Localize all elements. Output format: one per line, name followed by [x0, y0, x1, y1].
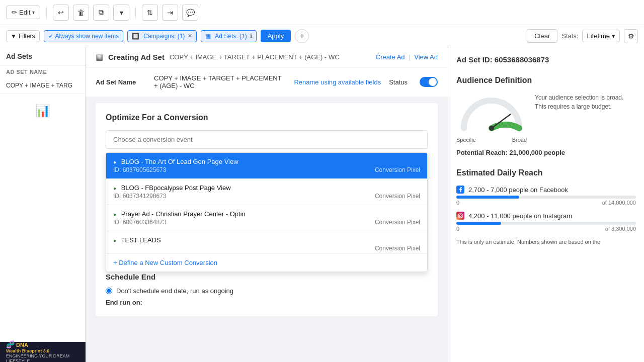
status-toggle[interactable]: [420, 77, 438, 87]
delete-icon: 🗑: [77, 9, 85, 17]
filters-chip[interactable]: ▼ Filters: [6, 30, 40, 42]
gauge-labels: Specific Broad: [456, 137, 527, 143]
facebook-reach-item: 2,700 - 7,000 people on Facebook 0 of 14…: [456, 186, 636, 206]
no-end-date-option[interactable]: Don't schedule end date, run as ongoing: [106, 287, 428, 295]
right-panel: Ad Set ID: 6053688036873 Audience Defini…: [448, 47, 644, 362]
dropdown-item-4[interactable]: ● TEST LEADS Conversion Pixel: [106, 231, 427, 253]
campaigns-label: Campaigns: (1): [143, 33, 185, 40]
audience-gauge: [456, 93, 527, 133]
facebook-icon: [456, 186, 464, 194]
add-conversion-link[interactable]: + Define a New Custom Conversion: [113, 259, 217, 266]
audience-definition-title: Audience Definition: [456, 76, 636, 85]
svg-point-6: [462, 214, 462, 214]
item-1-title: ● BLOG - The Art Of Lead Gen Page View: [113, 158, 420, 165]
check-icon: ✓: [48, 33, 53, 40]
rename-link[interactable]: Rename using available fields: [294, 78, 381, 86]
daily-reach-section: Estimated Daily Reach 2,700 - 7,000 peop…: [456, 168, 636, 246]
brand-tagline: ENGINEERING YOUR DREAM LIFESTYLE: [6, 353, 79, 362]
status-label: Status: [389, 78, 408, 86]
undo-icon: ↩: [58, 9, 64, 17]
undo-button[interactable]: ↩: [53, 5, 69, 21]
adset-name-row: Ad Set Name COPY + IMAGE + TARGET + PLAC…: [86, 67, 448, 97]
filters-label: Filters: [19, 33, 35, 40]
adset-name-value: COPY + IMAGE + TARGET + PLACEMENT + (AGE…: [154, 74, 286, 89]
copy-button[interactable]: ⧉: [93, 5, 109, 21]
dropdown-item-2[interactable]: ● BLOG - FBpocalypse Post Page View ID: …: [106, 179, 427, 205]
reach-note: This is only an estimate. Numbers shown …: [456, 238, 636, 246]
item-4-subtitle: Conversion Pixel: [113, 245, 420, 252]
comment-icon: 💬: [186, 9, 195, 17]
facebook-reach-value: 2,700 - 7,000 people on Facebook: [468, 186, 568, 194]
dropdown-item-1[interactable]: ● BLOG - The Art Of Lead Gen Page View I…: [106, 153, 427, 179]
optimize-title: Optimize For a Conversion: [106, 113, 428, 122]
edit-dropdown-icon: ▾: [32, 10, 35, 15]
gauge-specific-label: Specific: [456, 137, 476, 143]
campaigns-icon: 🔲: [132, 33, 139, 40]
edit-label: Edit: [19, 9, 30, 16]
potential-reach-label: Potential Reach:: [456, 149, 508, 156]
toolbar-sep-1: [46, 7, 47, 19]
instagram-bar-total: of 3,300,000: [605, 226, 636, 232]
instagram-reach-row: 4,200 - 11,000 people on Instagram: [456, 212, 636, 220]
page-header: ▦ Creating Ad Set COPY + IMAGE + TARGET …: [86, 47, 448, 67]
clear-label: Clear: [534, 32, 550, 40]
item-2-title: ● BLOG - FBpocalypse Post Page View: [113, 184, 420, 192]
arrange-button[interactable]: ⇅: [142, 5, 158, 21]
lifetime-label: Lifetime: [587, 32, 610, 40]
sidebar-adset-item[interactable]: COPY + IMAGE + TARG: [0, 78, 85, 94]
svg-point-1: [489, 126, 494, 131]
conversion-event-input[interactable]: [106, 130, 428, 149]
item-3-subtitle: ID: 6007603364873 Conversion Pixel: [113, 219, 420, 226]
dropdown-footer: + Define a New Custom Conversion: [106, 253, 427, 272]
view-ad-link[interactable]: View Ad: [414, 53, 438, 61]
stats-lifetime-select[interactable]: Lifetime ▾: [582, 30, 620, 42]
apply-button[interactable]: Apply: [261, 30, 291, 42]
end-run-label: End run on:: [106, 299, 428, 306]
schedule-end-title: Schedule End: [106, 273, 428, 281]
dropdown-item-3[interactable]: ● Prayer Ad - Christian Prayer Center - …: [106, 205, 427, 231]
gauge-broad-label: Broad: [512, 137, 527, 143]
item-2-subtitle: ID: 6037341298673 Conversion Pixel: [113, 193, 420, 200]
conversion-event-dropdown: ● BLOG - The Art Of Lead Gen Page View I…: [106, 130, 428, 149]
audience-definition-section: Audience Definition Specific: [456, 76, 636, 156]
page-header-title: Creating Ad Set: [108, 53, 165, 61]
campaigns-close-icon[interactable]: ✕: [188, 33, 192, 39]
potential-reach-value: 21,000,000 people: [509, 149, 565, 156]
campaigns-chip[interactable]: 🔲 Campaigns: (1) ✕: [127, 30, 197, 42]
item-1-subtitle: ID: 6037605625673 Conversion Pixel: [113, 166, 420, 173]
create-ad-link[interactable]: Create Ad: [376, 53, 405, 61]
sidebar: Ad Sets Ad Set Name COPY + IMAGE + TARG …: [0, 47, 86, 362]
comment-button[interactable]: 💬: [182, 5, 198, 21]
preview-button[interactable]: ⇥: [162, 5, 178, 21]
optimize-section: Optimize For a Conversion ● BLOG - The A…: [96, 103, 438, 316]
stats-settings-button[interactable]: ⚙: [624, 29, 638, 43]
no-end-date-radio[interactable]: [106, 288, 112, 294]
center-content: ▦ Creating Ad Set COPY + IMAGE + TARGET …: [86, 47, 448, 362]
filter-bar: ▼ Filters ✓ Always show new items 🔲 Camp…: [0, 25, 644, 47]
add-filter-button[interactable]: +: [295, 29, 309, 43]
sidebar-name-column: Ad Set Name: [0, 66, 85, 78]
delete-button[interactable]: 🗑: [73, 5, 89, 21]
always-show-label: Always show new items: [55, 33, 119, 40]
branding: 🧬 DNA Wealth Blueprint 3.0 ENGINEERING Y…: [0, 342, 86, 362]
instagram-bar-zero: 0: [456, 226, 459, 232]
adsets-chip[interactable]: ▦ Ad Sets: (1) ℹ: [201, 30, 256, 42]
page-header-subtitle: COPY + IMAGE + TARGET + PLACEMENT + (AGE…: [170, 53, 340, 61]
facebook-reach-bar-container: [456, 196, 636, 199]
brand-name: Wealth Blueprint 3.0: [6, 348, 79, 353]
adsets-icon: ▦: [205, 33, 211, 40]
copy-icon: ⧉: [99, 8, 104, 17]
page-header-links: Create Ad | View Ad: [376, 53, 438, 61]
item-3-title: ● Prayer Ad - Christian Prayer Center - …: [113, 210, 420, 218]
clear-button[interactable]: Clear: [527, 29, 557, 43]
filter-icon: ▼: [11, 33, 17, 40]
settings-icon: ⚙: [628, 32, 634, 40]
instagram-icon: [456, 212, 464, 220]
facebook-bar-total: of 14,000,000: [602, 200, 636, 206]
copy-more-button[interactable]: ▾: [113, 5, 129, 21]
link-separator: |: [409, 53, 410, 61]
always-show-chip[interactable]: ✓ Always show new items: [44, 30, 124, 42]
page-header-left: ▦ Creating Ad Set COPY + IMAGE + TARGET …: [96, 52, 340, 62]
edit-button[interactable]: ✏ Edit ▾: [6, 6, 40, 19]
adset-name-field-label: Ad Set Name: [96, 78, 146, 86]
